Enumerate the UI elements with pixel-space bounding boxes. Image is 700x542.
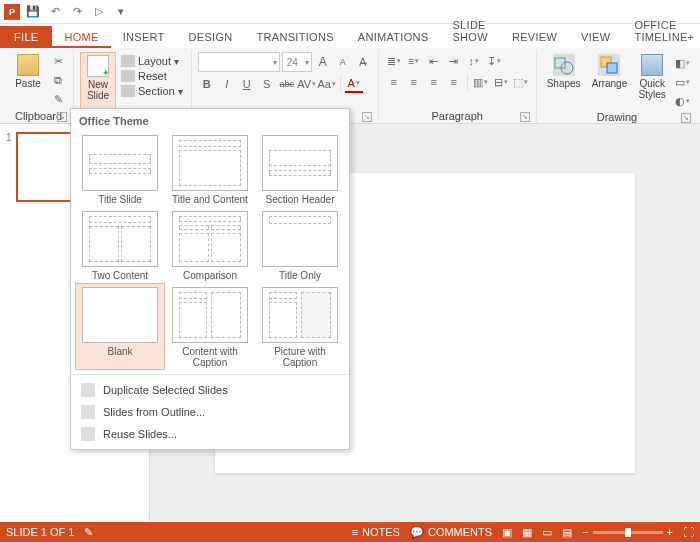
layout-button[interactable]: Layout▾ bbox=[119, 54, 185, 68]
layout-caption: Two Content bbox=[77, 270, 163, 281]
font-color-button[interactable]: A bbox=[345, 75, 363, 93]
tab-animations[interactable]: ANIMATIONS bbox=[346, 26, 441, 48]
char-spacing-button[interactable]: AV bbox=[298, 75, 316, 93]
quick-styles-label: Quick Styles bbox=[639, 78, 666, 100]
layout-blank[interactable]: Blank bbox=[75, 283, 165, 370]
fit-to-window-button[interactable]: ⛶ bbox=[683, 526, 694, 538]
shrink-font-button[interactable]: A bbox=[334, 53, 352, 71]
notes-button[interactable]: ≡ NOTES bbox=[352, 526, 400, 538]
layout-two-content[interactable]: Two Content bbox=[75, 207, 165, 283]
zoom-in-button[interactable]: + bbox=[667, 526, 673, 538]
save-button[interactable]: 💾 bbox=[24, 3, 42, 21]
shapes-button[interactable]: Shapes bbox=[543, 52, 585, 110]
align-text-button[interactable]: ⊟ bbox=[492, 73, 510, 91]
new-slide-icon: ✦ bbox=[87, 55, 109, 77]
align-right-button[interactable]: ≡ bbox=[425, 73, 443, 91]
tab-insert[interactable]: INSERT bbox=[111, 26, 177, 48]
reset-button[interactable]: Reset bbox=[119, 69, 185, 83]
font-size-combo[interactable]: 24 bbox=[282, 52, 312, 72]
tab-design[interactable]: DESIGN bbox=[177, 26, 245, 48]
arrange-icon bbox=[598, 54, 620, 76]
outline-icon bbox=[81, 405, 95, 419]
strike-button[interactable]: abc bbox=[278, 75, 296, 93]
quick-styles-icon bbox=[641, 54, 663, 76]
decrease-indent-button[interactable]: ⇤ bbox=[425, 52, 443, 70]
tab-slideshow[interactable]: SLIDE SHOW bbox=[440, 14, 499, 48]
start-slideshow-button[interactable]: ▷ bbox=[90, 3, 108, 21]
format-painter-button[interactable]: ✎ bbox=[49, 90, 67, 108]
layout-picture-with-caption[interactable]: Picture with Caption bbox=[255, 283, 345, 370]
tab-file[interactable]: FILE bbox=[0, 26, 52, 48]
layout-comparison[interactable]: Comparison bbox=[165, 207, 255, 283]
tab-review[interactable]: REVIEW bbox=[500, 26, 569, 48]
qat-customize-button[interactable]: ▾ bbox=[112, 3, 130, 21]
grow-font-button[interactable]: A bbox=[314, 53, 332, 71]
section-button[interactable]: Section▾ bbox=[119, 84, 185, 98]
undo-button[interactable]: ↶ bbox=[46, 3, 64, 21]
zoom-slider[interactable] bbox=[593, 531, 663, 534]
bullets-button[interactable]: ≣ bbox=[385, 52, 403, 70]
shape-outline-button[interactable]: ▭ bbox=[673, 73, 691, 91]
status-bar: SLIDE 1 OF 1 ✎ ≡ NOTES 💬 COMMENTS ▣ ▦ ▭ … bbox=[0, 522, 700, 542]
clipboard-launcher[interactable]: ↘ bbox=[57, 112, 67, 122]
slideshow-view-button[interactable]: ▤ bbox=[562, 526, 572, 539]
align-left-button[interactable]: ≡ bbox=[385, 73, 403, 91]
zoom-control[interactable]: − + bbox=[582, 526, 673, 538]
shapes-label: Shapes bbox=[547, 78, 581, 89]
bold-button[interactable]: B bbox=[198, 75, 216, 93]
quick-styles-button[interactable]: Quick Styles bbox=[634, 52, 670, 110]
shape-effects-button[interactable]: ◐ bbox=[673, 92, 691, 110]
group-paragraph: ≣ ≡ ⇤ ⇥ ↕ ↧ ≡ ≡ ≡ ≡ ▥ ⊟ ⬚ Paragraph↘ bbox=[379, 50, 537, 124]
group-clipboard: Paste ✂ ⧉ ✎ Clipboard↘ bbox=[4, 50, 74, 124]
font-launcher[interactable]: ↘ bbox=[362, 112, 372, 122]
layout-title-slide[interactable]: Title Slide bbox=[75, 131, 165, 207]
shadow-button[interactable]: S bbox=[258, 75, 276, 93]
menu-reuse-slides[interactable]: Reuse Slides... bbox=[71, 423, 349, 445]
new-slide-label: New Slide bbox=[87, 79, 109, 101]
tab-office-timeline[interactable]: OFFICE TIMELINE+ bbox=[622, 14, 700, 48]
layout-content-with-caption[interactable]: Content with Caption bbox=[165, 283, 255, 370]
paste-button[interactable]: Paste bbox=[10, 52, 46, 109]
layout-title-and-content[interactable]: Title and Content bbox=[165, 131, 255, 207]
reading-view-button[interactable]: ▭ bbox=[542, 526, 552, 539]
redo-button[interactable]: ↷ bbox=[68, 3, 86, 21]
justify-button[interactable]: ≡ bbox=[445, 73, 463, 91]
tab-home[interactable]: HOME bbox=[52, 26, 110, 48]
italic-button[interactable]: I bbox=[218, 75, 236, 93]
clear-formatting-button[interactable]: A̶ bbox=[354, 53, 372, 71]
text-direction-button[interactable]: ↧ bbox=[485, 52, 503, 70]
smartart-button[interactable]: ⬚ bbox=[512, 73, 530, 91]
align-center-button[interactable]: ≡ bbox=[405, 73, 423, 91]
copy-button[interactable]: ⧉ bbox=[49, 71, 67, 89]
comments-button[interactable]: 💬 COMMENTS bbox=[410, 526, 492, 539]
normal-view-button[interactable]: ▣ bbox=[502, 526, 512, 539]
increase-indent-button[interactable]: ⇥ bbox=[445, 52, 463, 70]
line-spacing-button[interactable]: ↕ bbox=[465, 52, 483, 70]
duplicate-icon bbox=[81, 383, 95, 397]
shape-fill-button[interactable]: ◧ bbox=[673, 54, 691, 72]
group-label-drawing: Drawing↘ bbox=[543, 110, 692, 125]
tab-transitions[interactable]: TRANSITIONS bbox=[245, 26, 346, 48]
change-case-button[interactable]: Aa bbox=[318, 75, 336, 93]
zoom-out-button[interactable]: − bbox=[582, 526, 588, 538]
layout-title-only[interactable]: Title Only bbox=[255, 207, 345, 283]
cut-button[interactable]: ✂ bbox=[49, 52, 67, 70]
menu-duplicate-slides[interactable]: Duplicate Selected Slides bbox=[71, 379, 349, 401]
arrange-button[interactable]: Arrange bbox=[588, 52, 632, 110]
drawing-launcher[interactable]: ↘ bbox=[681, 113, 691, 123]
new-slide-button[interactable]: ✦ New Slide bbox=[80, 52, 116, 111]
layout-caption: Content with Caption bbox=[167, 346, 253, 368]
sorter-view-button[interactable]: ▦ bbox=[522, 526, 532, 539]
underline-button[interactable]: U bbox=[238, 75, 256, 93]
spellcheck-icon[interactable]: ✎ bbox=[84, 526, 93, 539]
svg-rect-3 bbox=[607, 63, 617, 73]
columns-button[interactable]: ▥ bbox=[472, 73, 490, 91]
paragraph-launcher[interactable]: ↘ bbox=[520, 112, 530, 122]
menu-slides-from-outline[interactable]: Slides from Outline... bbox=[71, 401, 349, 423]
layout-gallery: Office Theme Title Slide Title and Conte… bbox=[70, 108, 350, 450]
tab-view[interactable]: VIEW bbox=[569, 26, 622, 48]
numbering-button[interactable]: ≡ bbox=[405, 52, 423, 70]
paste-label: Paste bbox=[15, 78, 41, 89]
layout-section-header[interactable]: Section Header bbox=[255, 131, 345, 207]
font-name-combo[interactable] bbox=[198, 52, 280, 72]
